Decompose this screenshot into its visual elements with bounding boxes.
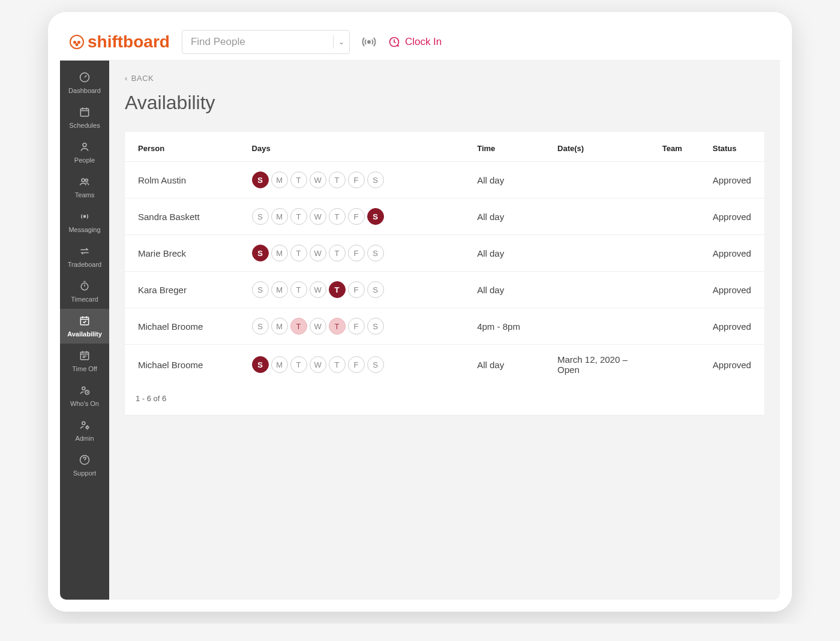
cell-days: SMTWTFS — [242, 162, 468, 198]
table-row[interactable]: Michael BroomeSMTWTFSAll dayMarch 12, 20… — [125, 345, 764, 385]
sidebar-item-people[interactable]: People — [60, 135, 109, 170]
day-pill[interactable]: W — [310, 171, 326, 188]
pagination-text: 1 - 6 of 6 — [125, 384, 764, 415]
day-pill[interactable]: W — [310, 318, 326, 335]
day-pill[interactable]: W — [310, 356, 326, 373]
day-pill[interactable]: S — [252, 171, 269, 188]
cell-dates — [548, 198, 653, 235]
clock-in-label: Clock In — [405, 36, 442, 48]
find-people-select[interactable]: Find People ⌄ — [182, 30, 350, 54]
day-pill[interactable]: T — [329, 281, 346, 298]
day-pill[interactable]: M — [271, 318, 288, 335]
sidebar-item-label: Messaging — [68, 226, 100, 233]
day-pill[interactable]: W — [310, 281, 326, 298]
day-pill[interactable]: M — [271, 281, 288, 298]
day-pill[interactable]: T — [290, 281, 307, 298]
day-pill[interactable]: S — [252, 281, 269, 298]
cell-days: SMTWTFS — [242, 345, 468, 385]
day-pill[interactable]: T — [329, 318, 346, 335]
day-pill[interactable]: F — [348, 171, 365, 188]
availability-table: PersonDaysTimeDate(s)TeamStatus Rolm Aus… — [125, 132, 764, 384]
sidebar-item-timecard[interactable]: Timecard — [60, 274, 109, 309]
svg-point-11 — [82, 387, 85, 390]
sidebar-item-label: Time Off — [72, 365, 97, 372]
sidebar-item-who-s-on[interactable]: Who's On — [60, 378, 109, 413]
day-pill[interactable]: S — [367, 281, 384, 298]
col-status: Status — [703, 132, 764, 162]
cell-days: SMTWTFS — [242, 198, 468, 235]
day-pill[interactable]: S — [252, 208, 269, 225]
day-pill[interactable]: T — [329, 356, 346, 373]
day-pill[interactable]: F — [348, 245, 365, 261]
sidebar-item-label: Support — [73, 470, 97, 477]
stopwatch-icon — [79, 280, 91, 293]
sidebar-item-teams[interactable]: Teams — [60, 170, 109, 204]
cell-status: Approved — [703, 198, 764, 235]
cell-status: Approved — [703, 345, 764, 385]
cell-status: Approved — [703, 308, 764, 345]
day-pill[interactable]: T — [290, 208, 307, 225]
cell-dates — [548, 308, 653, 345]
day-pill[interactable]: T — [290, 245, 307, 261]
clock-in-button[interactable]: Clock In — [388, 36, 442, 48]
day-pill[interactable]: S — [252, 318, 269, 335]
day-pill[interactable]: S — [367, 171, 384, 188]
cell-time: All day — [467, 162, 548, 198]
cell-days: SMTWTFS — [242, 235, 468, 272]
sidebar-item-time-off[interactable]: Time Off — [60, 344, 109, 378]
sidebar-item-admin[interactable]: Admin — [60, 413, 109, 448]
day-pill[interactable]: T — [329, 208, 346, 225]
table-row[interactable]: Rolm AustinSMTWTFSAll dayApproved — [125, 162, 764, 198]
top-bar: shiftboard Find People ⌄ Clock In — [60, 24, 780, 61]
day-pill[interactable]: S — [252, 356, 269, 373]
sidebar-item-availability[interactable]: Availability — [60, 309, 109, 344]
table-row[interactable]: Michael BroomeSMTWTFS4pm - 8pmApproved — [125, 308, 764, 345]
table-row[interactable]: Marie BreckSMTWTFSAll dayApproved — [125, 235, 764, 272]
cell-dates — [548, 162, 653, 198]
find-people-placeholder: Find People — [191, 36, 328, 48]
day-pill[interactable]: S — [367, 318, 384, 335]
sidebar-item-label: Teams — [75, 191, 94, 198]
sidebar-item-label: Tradeboard — [68, 261, 101, 268]
svg-point-13 — [82, 422, 85, 425]
gauge-icon — [79, 71, 91, 85]
col-person: Person — [125, 132, 242, 162]
day-pill[interactable]: T — [329, 171, 346, 188]
day-pill[interactable]: S — [367, 245, 384, 261]
brand-logo[interactable]: shiftboard — [70, 32, 170, 52]
day-pill[interactable]: M — [271, 208, 288, 225]
day-pill[interactable]: F — [348, 281, 365, 298]
table-row[interactable]: Kara BregerSMTWTFSAll dayApproved — [125, 272, 764, 308]
cell-person: Rolm Austin — [125, 162, 242, 198]
col-date-s-: Date(s) — [548, 132, 653, 162]
day-pill[interactable]: S — [252, 245, 269, 261]
day-pill[interactable]: F — [348, 318, 365, 335]
day-pill[interactable]: F — [348, 356, 365, 373]
day-pill[interactable]: T — [290, 318, 307, 335]
table-row[interactable]: Sandra BaskettSMTWTFSAll dayApproved — [125, 198, 764, 235]
back-link[interactable]: ‹ BACK — [125, 74, 154, 83]
sidebar-item-messaging[interactable]: Messaging — [60, 204, 109, 239]
cell-time: All day — [467, 235, 548, 272]
sidebar-item-tradeboard[interactable]: Tradeboard — [60, 239, 109, 274]
day-pill[interactable]: F — [348, 208, 365, 225]
day-pill[interactable]: S — [367, 208, 384, 225]
day-pill[interactable]: S — [367, 356, 384, 373]
broadcast-icon[interactable] — [362, 35, 376, 49]
sidebar-item-label: Timecard — [71, 296, 98, 303]
person-icon — [79, 141, 91, 154]
sidebar-item-label: Who's On — [70, 400, 99, 407]
day-pill[interactable]: T — [329, 245, 346, 261]
sidebar-item-dashboard[interactable]: Dashboard — [60, 65, 109, 100]
day-pill[interactable]: W — [310, 245, 326, 261]
sidebar-item-schedules[interactable]: Schedules — [60, 100, 109, 135]
day-pill[interactable]: M — [271, 356, 288, 373]
day-pill[interactable]: M — [271, 245, 288, 261]
day-pill[interactable]: T — [290, 171, 307, 188]
sidebar-item-support[interactable]: Support — [60, 448, 109, 483]
cell-time: All day — [467, 345, 548, 385]
day-pill[interactable]: T — [290, 356, 307, 373]
day-pill[interactable]: M — [271, 171, 288, 188]
day-pill[interactable]: W — [310, 208, 326, 225]
sidebar-item-label: Admin — [75, 435, 94, 442]
